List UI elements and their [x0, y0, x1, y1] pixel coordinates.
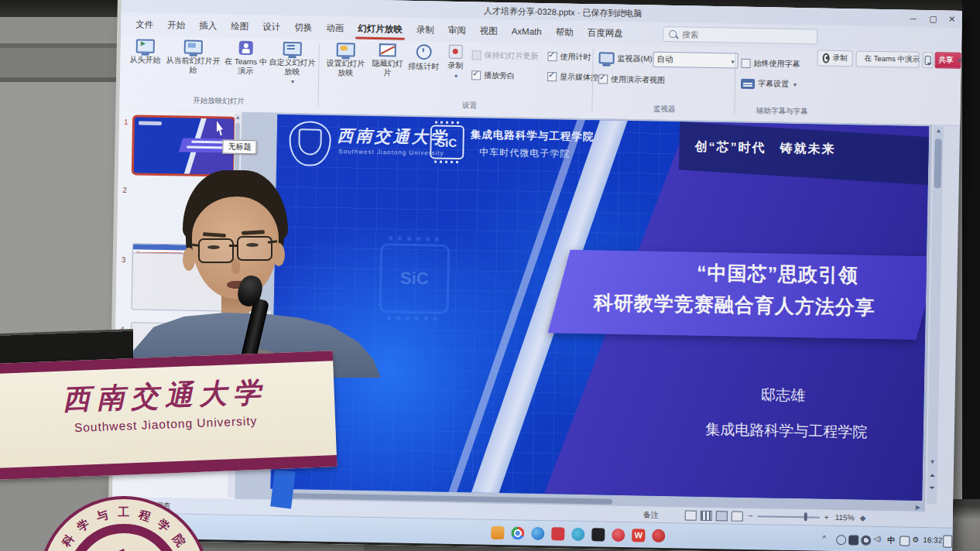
checkbox-checked-icon — [598, 74, 608, 84]
notification-center-icon[interactable] — [943, 536, 952, 548]
notes-button[interactable]: 备注 — [643, 509, 659, 520]
ime-mode-icon[interactable] — [899, 536, 910, 546]
menu-tab-axmath[interactable]: AxMath — [504, 19, 549, 43]
comment-icon — [925, 56, 931, 65]
black-app-icon[interactable] — [591, 528, 605, 541]
hide-slide-button[interactable]: 隐藏幻灯片 — [369, 43, 406, 95]
play-narrations-checkbox[interactable]: 播放旁白 — [471, 70, 515, 81]
record-slideshow-button[interactable]: 录制 — [442, 45, 469, 97]
group-label-setup: 设置 — [462, 101, 477, 111]
clock-icon — [416, 44, 432, 60]
menu-tab-view[interactable]: 视图 — [472, 19, 505, 43]
subtitle-settings-button[interactable]: 字幕设置 — [741, 78, 797, 90]
zoom-slider-track[interactable] — [758, 515, 820, 518]
group-label-monitors: 监视器 — [653, 104, 676, 115]
tray-moon-icon[interactable] — [848, 535, 858, 545]
menu-tab-draw[interactable]: 绘图 — [224, 14, 256, 38]
keep-slides-updated-checkbox[interactable]: 保持幻灯片更新 — [472, 50, 539, 62]
music-app-icon[interactable] — [612, 529, 625, 542]
window-title: 人才培养分享-0328.pptx · 已保存到此电脑 — [484, 5, 642, 20]
glasses-lens — [237, 236, 272, 261]
scroll-right-icon[interactable]: ▶ — [916, 504, 920, 511]
group-divider — [734, 52, 735, 114]
menu-tab-help[interactable]: 帮助 — [548, 20, 581, 44]
title-dropdown-icon[interactable]: ∨ — [622, 8, 627, 15]
record-dot-icon — [823, 53, 830, 63]
comments-button[interactable] — [922, 52, 933, 68]
teams-icon — [239, 41, 253, 55]
use-presenter-view-checkbox[interactable]: 使用演示者视图 — [598, 74, 665, 86]
normal-view-icon[interactable] — [685, 510, 697, 520]
use-timings-checkbox[interactable]: 使用计时 — [548, 51, 591, 63]
previous-slide-button[interactable]: ⏶ — [927, 470, 937, 481]
slide-number: 2 — [122, 186, 127, 194]
menu-tab-review[interactable]: 审阅 — [440, 19, 473, 43]
slide-sorter-icon[interactable] — [701, 511, 712, 521]
tray-app-icon[interactable] — [836, 535, 846, 545]
menu-tab-baidunetdisk[interactable]: 百度网盘 — [580, 21, 630, 45]
scroll-up-icon[interactable]: ▲ — [235, 114, 241, 121]
menu-tab-slideshow[interactable]: 幻灯片放映 — [351, 16, 409, 40]
volume-icon[interactable]: ◁) — [873, 535, 881, 542]
college-name-line2: 中车时代微电子学院 — [479, 146, 570, 161]
present-in-teams-button[interactable]: 在 Teams 中演示 — [224, 40, 268, 92]
red-dot-app-icon[interactable] — [652, 529, 665, 542]
chrome-icon[interactable] — [511, 526, 524, 539]
menu-tab-record[interactable]: 录制 — [409, 18, 441, 42]
checkbox-icon — [472, 50, 481, 60]
group-label-captions: 辅助字幕与字幕 — [756, 106, 808, 117]
tray-expand-icon[interactable]: ^ — [822, 534, 826, 542]
zoom-slider-thumb[interactable] — [804, 512, 807, 521]
menu-tab-design[interactable]: 设计 — [255, 15, 288, 39]
scroll-down-icon[interactable]: ▼ — [927, 457, 937, 467]
zoom-in-button[interactable]: + — [824, 513, 829, 522]
quick-present-in-teams-button[interactable]: 在 Teams 中演示 — [855, 50, 919, 67]
restore-button[interactable]: ▢ — [924, 12, 941, 26]
menu-tab-insert[interactable]: 插入 — [192, 14, 224, 38]
search-input[interactable] — [663, 26, 817, 45]
checkbox-icon — [741, 59, 750, 68]
slide-title: “中国芯”思政引领 科研教学竞赛融合育人方法分享 — [553, 257, 917, 321]
from-beginning-button[interactable]: 从头开始 — [126, 39, 164, 91]
menu-tab-transitions[interactable]: 切换 — [287, 15, 320, 39]
menu-tab-animations[interactable]: 动画 — [319, 16, 351, 40]
red-app-icon[interactable] — [551, 527, 564, 540]
always-use-subtitles-checkbox[interactable]: 始终使用字幕 — [741, 58, 800, 70]
setup-slideshow-button[interactable]: 设置幻灯片放映 — [323, 43, 368, 94]
quick-record-button[interactable]: 录制 — [817, 50, 852, 67]
university-name-en: Southwest Jiaotong University — [338, 148, 444, 156]
zoom-out-button[interactable]: − — [749, 512, 753, 520]
next-slide-button[interactable]: ⏷ — [927, 482, 937, 493]
settings-gear-icon[interactable]: ⚙ — [912, 536, 919, 544]
file-explorer-icon[interactable] — [491, 526, 504, 539]
fit-to-window-icon[interactable]: ◆ — [860, 514, 866, 522]
menu-tab-home[interactable]: 开始 — [160, 13, 193, 37]
captions-icon — [741, 78, 755, 88]
presenter-department: 集成电路科学与工程学院 — [690, 419, 883, 443]
custom-show-icon — [283, 42, 302, 56]
weibo-app-icon[interactable]: W — [632, 529, 645, 542]
university-crest-icon — [289, 121, 331, 166]
menu-tab-file[interactable]: 文件 — [128, 12, 161, 36]
ime-indicator[interactable]: 中 — [887, 535, 895, 546]
dingtalk-icon[interactable] — [571, 528, 584, 541]
custom-slideshow-button[interactable]: 自定义幻灯片放映 — [269, 42, 316, 94]
rehearse-timings-button[interactable]: 排练计时 — [406, 44, 441, 96]
podium-front-panel: 西南交通大学 Southwest Jiaotong University — [0, 351, 337, 480]
minimize-button[interactable]: ─ — [904, 12, 921, 26]
network-globe-icon[interactable] — [861, 536, 871, 546]
reading-view-icon[interactable] — [716, 511, 728, 521]
slideshow-view-icon[interactable] — [732, 512, 743, 522]
slide-thumbnail-1[interactable] — [132, 115, 236, 176]
vertical-scroll-thumb[interactable] — [934, 139, 942, 188]
share-button[interactable]: 共享 — [934, 52, 961, 69]
clock-time[interactable]: 16:32 — [923, 536, 942, 544]
from-current-slide-button[interactable]: 从当前幻灯片开始 — [165, 39, 221, 91]
zoom-level[interactable]: 115% — [835, 513, 855, 522]
close-button[interactable]: ✕ — [943, 12, 960, 26]
scroll-up-icon[interactable]: ▲ — [934, 126, 944, 135]
edge-icon[interactable] — [531, 527, 544, 540]
slide-canvas[interactable]: 创“芯”时代 铸就未来 SiC “中国芯”思政引领 科研教学竞赛融合育人方法分享… — [270, 115, 929, 501]
monitor-select[interactable]: 自动 — [653, 52, 738, 69]
show-media-controls-checkbox[interactable]: 显示媒体控件 — [547, 71, 606, 83]
